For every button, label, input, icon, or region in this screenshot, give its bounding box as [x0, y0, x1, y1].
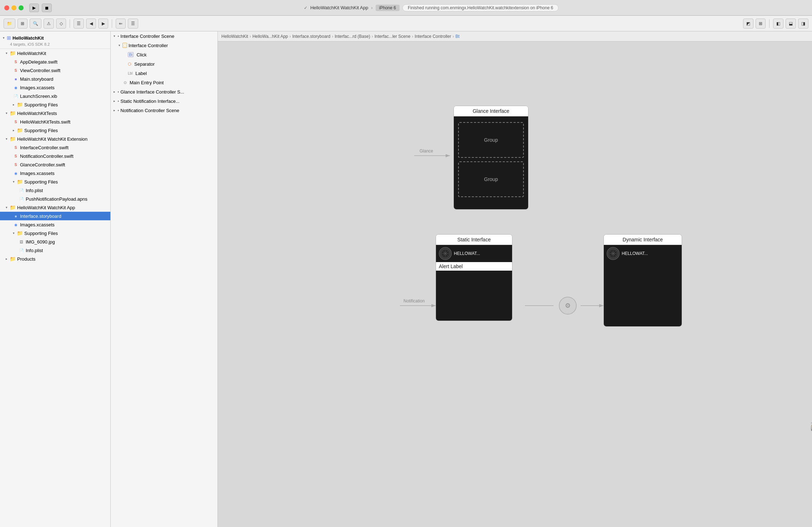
middle-item-notif-scene[interactable]: ▪ Notification Controller Scene — [111, 106, 217, 115]
sidebar-item-info-plist-1[interactable]: 📄 Info.plist — [0, 186, 110, 195]
middle-item-click[interactable]: Bt Click — [111, 50, 217, 59]
grid-btn[interactable]: ⊞ — [17, 19, 27, 29]
bc-scene[interactable]: Interfac...ler Scene — [375, 34, 411, 39]
app-name-label: HelloWatchKit WatchKit App — [310, 5, 368, 10]
sidebar-label-supporting-2: Supporting Files — [24, 128, 58, 133]
xib-icon: 📄 — [13, 93, 19, 99]
root-project[interactable]: ⊞ HelloWatchKit — [3, 34, 107, 42]
dynamic-watch-icon — [607, 247, 620, 260]
static-notification-header: HELLOWAT... — [436, 245, 512, 262]
sidebar-item-viewcontroller[interactable]: S ViewController.swift — [0, 66, 110, 75]
separator-item-icon: ⬡ — [128, 62, 131, 66]
minimize-button[interactable] — [11, 5, 16, 10]
folder-btn[interactable]: 📁 — [4, 19, 15, 29]
forward-btn[interactable]: ▶ — [98, 19, 108, 29]
sidebar-label-img-6090: IMG_6090.jpg — [26, 239, 55, 245]
stop-button[interactable]: ◼ — [42, 4, 52, 12]
sidebar-item-info-plist-2[interactable]: 📄 Info.plist — [0, 246, 110, 255]
sidebar-item-images-ext[interactable]: ◉ Images.xcassets — [0, 169, 110, 177]
ics-icon: ▪ — [117, 34, 119, 39]
entry-label: Main Entry Point — [130, 80, 164, 85]
root-triangle — [3, 36, 5, 40]
device-label[interactable]: iPhone 6 — [376, 5, 400, 11]
sidebar-label-products: Products — [17, 256, 35, 262]
middle-item-ics[interactable]: ▪ Interface Controller Scene — [111, 31, 217, 41]
breadcrumb: HelloWatchKit › HelloWa...hKit App › Int… — [218, 31, 812, 41]
bc-controller[interactable]: Interface Controller — [415, 34, 451, 39]
ic-triangle — [119, 44, 120, 47]
hide-navigator-btn[interactable]: ◧ — [773, 19, 783, 29]
hide-inspector-btn[interactable]: ◨ — [798, 19, 808, 29]
run-button[interactable]: ▶ — [29, 4, 39, 12]
warning-btn[interactable]: ⚠ — [44, 19, 54, 29]
back-btn[interactable]: ◀ — [86, 19, 96, 29]
version-btn[interactable]: ⊞ — [756, 19, 766, 29]
assistant-btn[interactable]: ◩ — [743, 19, 753, 29]
bc-sep-5: › — [412, 34, 413, 39]
sidebar-item-glance-controller[interactable]: S GlanceController.swift — [0, 160, 110, 169]
glance-card[interactable]: Glance Interface Group Group — [453, 106, 528, 210]
storyboard-icon-2: ■ — [13, 213, 19, 219]
sidebar-item-supporting-4[interactable]: 📁 Supporting Files — [0, 229, 110, 237]
static-notif-triangle — [114, 99, 115, 103]
notif-scene-icon: ▪ — [117, 108, 119, 113]
label-btn[interactable]: ⇐ — [116, 19, 126, 29]
sidebar-item-img-6090[interactable]: 🖼 IMG_6090.jpg — [0, 237, 110, 246]
sidebar-item-images-xcassets[interactable]: ◉ Images.xcassets — [0, 83, 110, 92]
notif-scene-triangle — [114, 109, 115, 112]
watermark: 🐧 程序员联盟 — [808, 421, 812, 434]
sidebar-label-app: HelloWatchKit WatchKit App — [17, 205, 75, 210]
sidebar-item-push-notification[interactable]: 📄 PushNotificationPayload.apns — [0, 195, 110, 203]
static-watch-icon — [439, 247, 452, 260]
sidebar-item-supporting-3[interactable]: 📁 Supporting Files — [0, 177, 110, 186]
hide-debug-btn[interactable]: ⬓ — [786, 19, 796, 29]
glance-card-title: Glance Interface — [454, 106, 528, 116]
sidebar-item-images-app[interactable]: ◉ Images.xcassets — [0, 220, 110, 229]
bc-storyboard[interactable]: Interface.storyboard — [292, 34, 331, 39]
sidebar-item-app[interactable]: 📁 HelloWatchKit WatchKit App — [0, 203, 110, 212]
sidebar-item-supporting-1[interactable]: 📁 Supporting Files — [0, 100, 110, 109]
sidebar-item-ext[interactable]: 📁 HelloWatchKit WatchKit Extension — [0, 135, 110, 143]
sidebar-item-main-storyboard[interactable]: ■ Main.storyboard — [0, 75, 110, 83]
sidebar-item-hwkt-swift[interactable]: S HelloWatchKitTests.swift — [0, 117, 110, 126]
sidebar-item-interface-controller-swift[interactable]: S InterfaceController.swift — [0, 143, 110, 152]
middle-item-label[interactable]: Lbl Label — [111, 69, 217, 78]
middle-item-glance[interactable]: ▪ Glance Interface Controller S... — [111, 87, 217, 96]
bc-bt[interactable]: Bt — [455, 34, 459, 39]
traffic-lights — [4, 5, 24, 10]
static-card[interactable]: Static Interface — [436, 234, 512, 321]
bc-base[interactable]: Interfac...rd (Base) — [335, 34, 370, 39]
diamond-btn[interactable]: ◇ — [56, 19, 66, 29]
sidebar-item-notification-controller-swift[interactable]: S NotificationController.swift — [0, 152, 110, 160]
close-button[interactable] — [4, 5, 9, 10]
search-btn[interactable]: 🔍 — [30, 19, 41, 29]
canvas-area[interactable]: HelloWatchKit › HelloWa...hKit App › Int… — [218, 31, 812, 527]
bc-helloapp[interactable]: HelloWa...hKit App — [252, 34, 288, 39]
dynamic-app-label: HELLOWAT... — [622, 251, 679, 256]
dynamic-card-title: Dynamic Interface — [604, 235, 682, 245]
storyboard-btn[interactable]: ☰ — [128, 19, 138, 29]
sidebar-item-hellowatchkittests[interactable]: 📁 HelloWatchKitTests — [0, 109, 110, 117]
list-btn[interactable]: ☰ — [74, 19, 84, 29]
sidebar-label-images-app: Images.xcassets — [20, 222, 55, 227]
sidebar-label-hwkt-swift: HelloWatchKitTests.swift — [20, 119, 70, 125]
sidebar-label-supporting-1: Supporting Files — [24, 102, 58, 107]
glance-triangle — [114, 90, 115, 94]
sidebar-label-ext: HelloWatchKit WatchKit Extension — [17, 136, 87, 142]
middle-item-entry[interactable]: ⊙ Main Entry Point — [111, 78, 217, 87]
bc-hellowatchkit[interactable]: HelloWatchKit — [221, 34, 248, 39]
glance-group-1: Group — [458, 122, 524, 158]
root-icon: ⊞ — [7, 35, 11, 41]
dynamic-card[interactable]: Dynamic Interface — [603, 234, 682, 327]
sidebar-item-interface-storyboard[interactable]: ■ Interface.storyboard — [0, 212, 110, 220]
sidebar-item-hellowatchkit[interactable]: 📁 HelloWatchKit — [0, 49, 110, 57]
sidebar-item-launchscreen[interactable]: 📄 LaunchScreen.xib — [0, 92, 110, 100]
middle-item-separator[interactable]: ⬡ Separator — [111, 59, 217, 69]
sidebar-item-products[interactable]: 📁 Products — [0, 255, 110, 263]
sidebar-item-appdelegate[interactable]: S AppDelegate.swift — [0, 57, 110, 66]
middle-item-ic[interactable]: □ Interface Controller — [111, 41, 217, 50]
middle-item-static-notif[interactable]: ▪ Static Notification Interface... — [111, 96, 217, 106]
xcassets-icon-3: ◉ — [13, 222, 19, 227]
maximize-button[interactable] — [19, 5, 24, 10]
sidebar-item-supporting-2[interactable]: 📁 Supporting Files — [0, 126, 110, 135]
